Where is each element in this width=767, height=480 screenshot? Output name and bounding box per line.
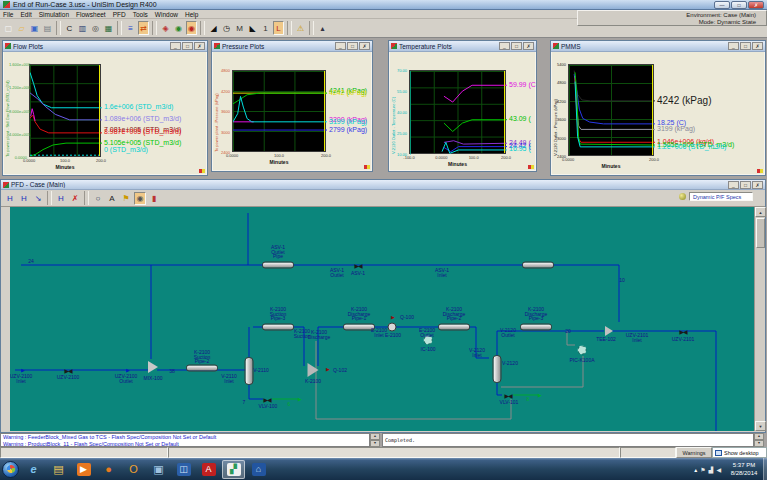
pfd-window[interactable]: PFD - Case (Main) _ □ ✗ HH↘H✗○A⚑◉▮ Dynam…: [0, 179, 766, 433]
plot-area[interactable]: [29, 64, 101, 157]
warning-icon[interactable]: ⚠: [295, 21, 306, 35]
logger-icon[interactable]: L: [273, 21, 284, 35]
minimize-button[interactable]: —: [714, 1, 730, 9]
thermometer-icon[interactable]: ▮: [148, 192, 160, 205]
pfd-pipe[interactable]: [438, 324, 470, 331]
plot-minimize-button[interactable]: _: [499, 42, 510, 50]
pfd-pipe[interactable]: [520, 324, 552, 331]
plot-titlebar[interactable]: PMMS_□✗: [551, 41, 765, 52]
pfd-compressor[interactable]: [308, 363, 319, 377]
volume-icon[interactable]: ◀: [716, 466, 721, 473]
clone-icon[interactable]: C: [64, 21, 75, 35]
scroll-up-icon[interactable]: ▲: [755, 207, 766, 217]
explorer-icon[interactable]: ▤: [47, 460, 70, 479]
start-button[interactable]: [2, 461, 19, 478]
step-icon[interactable]: 1: [260, 21, 271, 35]
attach-stream-icon[interactable]: H: [18, 192, 30, 205]
plot-maximize-button[interactable]: □: [740, 42, 751, 50]
pfd-cooler[interactable]: [388, 323, 397, 332]
workbook-icon[interactable]: ▦: [103, 21, 114, 35]
menu-window[interactable]: Window: [155, 11, 178, 18]
plot-area[interactable]: [568, 64, 654, 156]
pfd-valve[interactable]: ▶◀: [263, 396, 270, 403]
resize-icon[interactable]: ↘: [32, 192, 44, 205]
trace-warnings-box[interactable]: Warning : FeederBlock_Mixed Gas to TCS -…: [0, 433, 370, 447]
solver-matrix-icon[interactable]: M: [234, 21, 245, 35]
scrollbar-thumb[interactable]: [756, 218, 765, 248]
plot-minimize-button[interactable]: _: [728, 42, 739, 50]
pfd-view-icon[interactable]: ◈: [160, 21, 171, 35]
media-player-icon[interactable]: ▶: [72, 460, 95, 479]
menu-tools[interactable]: Tools: [133, 11, 148, 18]
plot-titlebar[interactable]: Pressure Plots_□✗: [212, 41, 372, 52]
text-icon[interactable]: A: [106, 192, 118, 205]
menu-edit[interactable]: Edit: [20, 11, 31, 18]
outlook-icon[interactable]: O: [122, 460, 145, 479]
zoom-icon[interactable]: ○: [92, 192, 104, 205]
pfd-pipe[interactable]: [262, 324, 294, 331]
menu-flowsheet[interactable]: Flowsheet: [76, 11, 106, 18]
pfd-energy-arrow[interactable]: ▶: [326, 366, 330, 372]
pfd-valve[interactable]: ▶◀: [354, 262, 361, 269]
active-view-icon[interactable]: ◉: [186, 21, 197, 35]
pfd-vessel[interactable]: [245, 357, 254, 385]
firefox-icon[interactable]: ●: [97, 460, 120, 479]
pfd-energy-arrow[interactable]: ▶: [391, 314, 395, 320]
holdup-icon[interactable]: ◣: [247, 21, 258, 35]
app-window-icon[interactable]: ◫: [172, 460, 195, 479]
pfd-valve[interactable]: ▶◀: [64, 367, 71, 374]
plot-close-button[interactable]: ✗: [359, 42, 370, 50]
dynamic-spec-select[interactable]: Dynamic P/F Specs: [689, 192, 753, 201]
show-desktop-button[interactable]: [763, 458, 767, 480]
plot-close-button[interactable]: ✗: [194, 42, 205, 50]
flag-icon[interactable]: ⚑: [120, 192, 132, 205]
pfd-tee[interactable]: [605, 326, 613, 336]
alarm-icon[interactable]: ▴: [317, 21, 328, 35]
pfd-titlebar[interactable]: PFD - Case (Main) _ □ ✗: [1, 180, 765, 190]
open-icon[interactable]: ▱: [16, 21, 27, 35]
recycle-icon[interactable]: ⇄: [138, 21, 149, 35]
maximize-button[interactable]: □: [731, 1, 747, 9]
pfd-minimize-button[interactable]: _: [728, 181, 739, 189]
column-icon[interactable]: ▥: [77, 21, 88, 35]
plot-maximize-button[interactable]: □: [182, 42, 193, 50]
menu-help[interactable]: Help: [185, 11, 198, 18]
plot-close-button[interactable]: ✗: [523, 42, 534, 50]
devices-icon[interactable]: ▣: [147, 460, 170, 479]
integrator-clock-icon[interactable]: ◷: [221, 21, 232, 35]
integrator-icon[interactable]: ◢: [208, 21, 219, 35]
plot-titlebar[interactable]: Temperature Plots_□✗: [389, 41, 536, 52]
app-titlebar[interactable]: End of Run-Case 3.usc - UniSim Design R4…: [0, 0, 767, 10]
new-icon[interactable]: ▢: [3, 21, 14, 35]
warnings-button[interactable]: Warnings: [676, 447, 712, 458]
save-icon[interactable]: ▣: [29, 21, 40, 35]
network-tray-icon[interactable]: ▟: [709, 466, 714, 473]
pfd-maximize-button[interactable]: □: [740, 181, 751, 189]
pfd-controller[interactable]: [578, 346, 587, 355]
pfd-vessel[interactable]: [493, 355, 502, 383]
plot-area[interactable]: [232, 70, 326, 152]
pfd-stream-arrow[interactable]: ▶: [538, 392, 542, 398]
pfd-pipe[interactable]: [186, 365, 218, 372]
pfd-close-button[interactable]: ✗: [752, 181, 763, 189]
plot-window-flow-plots[interactable]: Flow Plots_□✗To power plant - Std Gas Fl…: [2, 40, 208, 176]
move-label-icon[interactable]: H: [55, 192, 67, 205]
plot-close-button[interactable]: ✗: [752, 42, 763, 50]
acrobat-icon[interactable]: A: [197, 460, 220, 479]
plot-minimize-button[interactable]: _: [170, 42, 181, 50]
plot-minimize-button[interactable]: _: [335, 42, 346, 50]
pfd-canvas[interactable]: ▶◀▶◀▶◀▶◀▶◀▶▶▶▶▶▶UZV-2100 InletUZV-2100UZ…: [10, 207, 754, 431]
print-icon[interactable]: ▤: [42, 21, 53, 35]
trace-spinner[interactable]: ▲▼: [370, 433, 380, 447]
plot-window-pmms[interactable]: PMMS_□✗V-2120 Outlet - Pressure (kPag)54…: [550, 40, 766, 176]
plot-titlebar[interactable]: Flow Plots_□✗: [3, 41, 207, 52]
pfd-valve[interactable]: ▶◀: [679, 328, 686, 335]
attach-icon[interactable]: H: [4, 192, 16, 205]
pfd-valve[interactable]: ▶◀: [504, 392, 511, 399]
menu-pfd[interactable]: PFD: [113, 11, 126, 18]
pan-icon[interactable]: ◉: [134, 192, 146, 205]
unisim-taskbar-icon[interactable]: ▞: [222, 460, 245, 479]
workbook-view-icon[interactable]: ◉: [173, 21, 184, 35]
pfd-pipe[interactable]: [262, 262, 294, 269]
taskbar-clock[interactable]: 5:37 PM 8/28/2014: [724, 461, 764, 477]
